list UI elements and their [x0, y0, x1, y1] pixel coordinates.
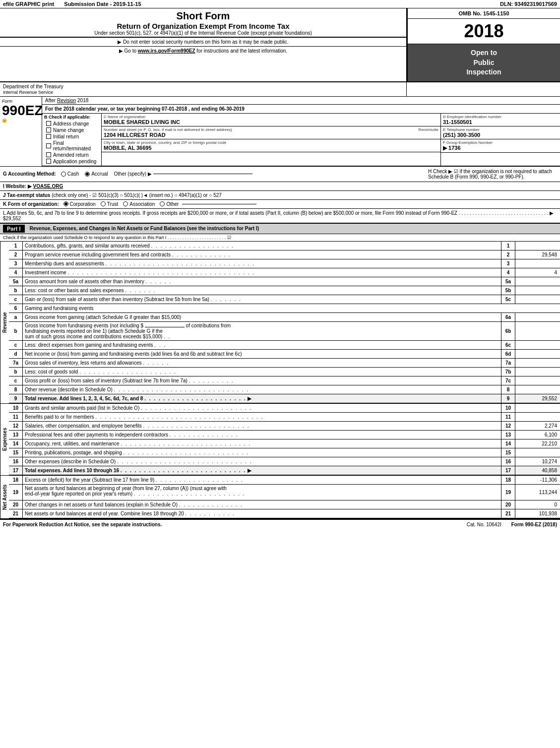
initial-checkbox[interactable] — [46, 134, 51, 139]
row-7a: 7a Gross sales of inventory, less return… — [9, 359, 560, 368]
accrual-radio[interactable] — [85, 172, 90, 177]
row-1: 1 Contributions, gifts, grants, and simi… — [9, 242, 560, 250]
address-row: Number and street (or P. O. box, if mail… — [104, 127, 438, 132]
public-text: Public — [473, 58, 494, 68]
row2-line: 2 — [501, 250, 515, 259]
row20-line: 20 — [501, 500, 515, 509]
row-20: 20 Other changes in net assets or fund b… — [9, 500, 560, 509]
amended-checkbox[interactable] — [46, 152, 51, 157]
row-6: 6 Gaming and fundraising events — [9, 304, 560, 313]
row5c-desc: Gain or (loss) from sale of assets other… — [23, 295, 501, 304]
cash-option[interactable]: Cash — [61, 171, 79, 177]
row14-num: 14 — [9, 439, 23, 448]
part1-title: Revenue, Expenses, and Changes in Net As… — [30, 226, 259, 231]
address-checkbox[interactable] — [46, 121, 51, 126]
name-label: Name change — [53, 127, 84, 133]
city-label: City or town, state or province, country… — [104, 140, 438, 145]
other-org-option[interactable]: Other — [160, 201, 256, 207]
trust-option[interactable]: Trust — [101, 201, 118, 207]
other-option[interactable]: Other (specify) ▶ — [114, 171, 252, 177]
other-org-radio[interactable] — [160, 201, 165, 206]
l-text: L Add lines 5b, 6c, and 7b to line 9 to … — [3, 210, 554, 221]
row12-num: 12 — [9, 422, 23, 430]
row5a-line: 5a — [501, 277, 515, 286]
for-year-text: For the 2018 calendar year, or tax year … — [42, 105, 560, 114]
row-6a: a Gross income from gaming (attach Sched… — [9, 313, 560, 322]
row19-amount: 113,244 — [515, 485, 560, 500]
row7a-desc: Gross sales of inventory, less returns a… — [23, 359, 501, 367]
assoc-radio[interactable] — [123, 201, 128, 206]
page: efile GRAPHIC print Submission Date - 20… — [0, 0, 560, 529]
row6d-num: d — [9, 350, 23, 358]
row10-desc: Grants and similar amounts paid (list in… — [23, 404, 501, 412]
corp-radio[interactable] — [63, 201, 68, 206]
cash-radio[interactable] — [61, 172, 66, 177]
row19-desc: Net assets or fund balances at beginning… — [23, 485, 501, 500]
row7b-num: b — [9, 368, 23, 376]
row1-amount — [515, 242, 560, 250]
final-checkbox[interactable] — [46, 143, 51, 148]
schedule-o-text: Check if the organization used Schedule … — [3, 235, 231, 240]
pending-checkbox[interactable] — [46, 159, 51, 164]
row-10: 10 Grants and similar amounts paid (list… — [9, 404, 560, 413]
row4-num: 4 — [9, 268, 23, 277]
row5b-desc: Less: cost or other basis and sales expe… — [23, 286, 501, 295]
row16-text: Other expenses (describe in Schedule O) … — [25, 459, 252, 464]
row21-text: Net assets or fund balances at end of ye… — [25, 511, 235, 516]
row9-amount: 29,552 — [515, 394, 560, 403]
row10-amount — [515, 404, 560, 412]
city-field: City or town, state or province, country… — [102, 139, 440, 152]
dept-label: Department of the Treasury — [3, 84, 63, 89]
row10-num: 10 — [9, 404, 23, 412]
row-11: 11 Benefits paid to or for members . . .… — [9, 413, 560, 422]
part1-title-text: Revenue, Expenses, and Changes in Net As… — [30, 226, 186, 231]
subtitle: Under section 501(c), 527, or 4947(a)(1)… — [0, 30, 406, 36]
row6d-text: Net income or (loss) from gaming and fun… — [25, 351, 242, 357]
city-value: MOBILE, AL 36695 — [104, 145, 438, 151]
assoc-option[interactable]: Association — [123, 201, 155, 207]
part1-header: Part I Revenue, Expenses, and Changes in… — [0, 224, 560, 234]
row7c-num: c — [9, 376, 23, 385]
row7b-line: 7b — [501, 368, 515, 376]
row10-line: 10 — [501, 404, 515, 412]
row-19: 19 Net assets or fund balances at beginn… — [9, 485, 560, 500]
row11-desc: Benefits paid to or for members . . . . … — [23, 413, 501, 421]
row11-text: Benefits paid to or for members . . . . … — [25, 414, 264, 420]
assoc-label: Association — [129, 201, 155, 207]
address-field: Number and street (or P. O. box, if mail… — [102, 126, 440, 139]
row6a-text: Gross income from gaming (attach Schedul… — [25, 314, 181, 320]
dln-label: DLN: 93492319017569 — [500, 1, 557, 7]
address-label: Address change — [53, 121, 89, 126]
form-990ez-row: Form 990EZ 😊 After Revision 2018 For the… — [0, 96, 560, 166]
amended-check-item: Amended return — [44, 152, 99, 158]
phone-label: E Telephone number — [443, 127, 558, 132]
other-input[interactable] — [153, 174, 252, 174]
row-9: 9 Total revenue. Add lines 1, 2, 3, 4, 5… — [9, 394, 560, 403]
rev-date: Revision — [57, 98, 76, 103]
row20-num: 20 — [9, 500, 23, 509]
trust-radio[interactable] — [101, 201, 106, 206]
row1-line: 1 — [501, 242, 515, 250]
row16-line: 16 — [501, 457, 515, 466]
row-6c: c Less: direct expenses from gaming and … — [9, 341, 560, 350]
row5c-amount — [515, 295, 560, 304]
row18-text: Excess or (deficit) for the year (Subtra… — [25, 477, 244, 483]
accrual-option[interactable]: Accrual — [85, 171, 108, 177]
row9-desc: Total revenue. Add lines 1, 2, 3, 4, 5c,… — [23, 394, 501, 403]
name-checkbox[interactable] — [46, 127, 51, 132]
row5a-num: 5a — [9, 277, 23, 286]
row6-num: 6 — [9, 304, 23, 312]
row6b-blank[interactable] — [145, 327, 185, 327]
footer: For Paperwork Reduction Act Notice, see … — [0, 519, 560, 529]
row3-amount — [515, 259, 560, 268]
other-org-input[interactable] — [182, 204, 256, 204]
row-2: 2 Program service revenue including gove… — [9, 250, 560, 259]
row5b-amount — [515, 286, 560, 295]
j-bold: J Tax-exempt status — [3, 192, 50, 198]
footer-right: Form 990-EZ (2018) — [511, 522, 557, 527]
row21-line: 21 — [501, 509, 515, 518]
row8-line: 8 — [501, 385, 515, 394]
row15-desc: Printing, publications, postage, and shi… — [23, 448, 501, 457]
corporation-option[interactable]: Corporation — [63, 201, 96, 207]
row5b-text: Less: cost or other basis and sales expe… — [25, 288, 156, 293]
